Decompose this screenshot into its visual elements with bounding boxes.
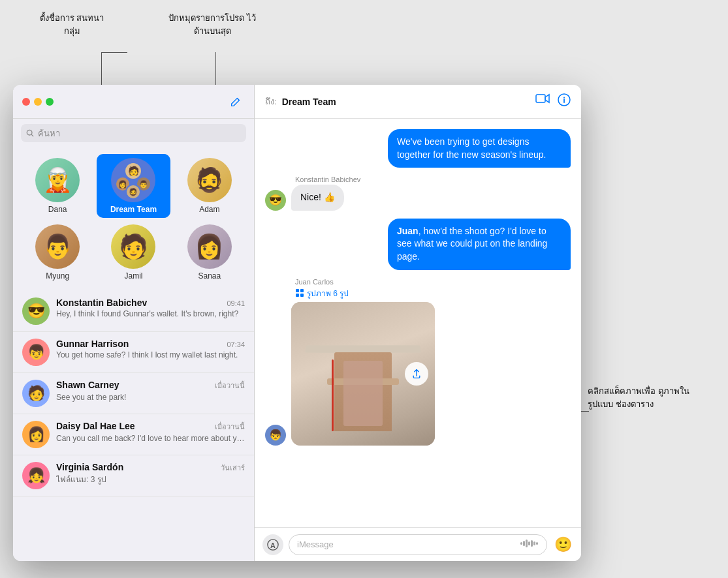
- annotation-line-group-h: [101, 52, 127, 53]
- konstantin-name: Konstantin Babichev: [56, 297, 147, 308]
- conv-item-konstantin[interactable]: 😎 Konstantin Babichev 09:41 Hey, I think…: [13, 291, 254, 332]
- chat-header-icons: [535, 93, 571, 110]
- virginia-name: Virginia Sardón: [56, 462, 123, 472]
- chat-messages: We've been trying to get designs togethe…: [255, 119, 581, 527]
- svg-rect-7: [300, 289, 304, 292]
- received-message-konstantin: Konstantin Babichev 😎 Nice! 👍: [265, 175, 360, 211]
- konstantin-header: Konstantin Babichev 09:41: [56, 297, 245, 308]
- juan-sender-label: Juan Carlos: [295, 278, 435, 286]
- chat-header-name: Dream Team: [282, 97, 530, 107]
- myung-label: Myung: [46, 271, 69, 281]
- sidebar-titlebar: [13, 85, 254, 119]
- shawn-content: Shawn Carney เมื่อวานนี้ See you at the …: [56, 380, 245, 403]
- konstantin-bubble: Nice! 👍: [291, 185, 344, 211]
- shawn-avatar: 🧑: [22, 380, 50, 407]
- jamil-label: Jamil: [124, 271, 142, 281]
- dana-avatar: 🧝: [35, 158, 80, 202]
- svg-rect-14: [526, 540, 528, 547]
- pinned-myung[interactable]: 👨 Myung: [21, 221, 94, 284]
- adam-label: Adam: [199, 205, 219, 214]
- virginia-preview: ไฟล์แนม: 3 รูป: [56, 475, 245, 485]
- image-share-button[interactable]: [405, 362, 428, 386]
- pinned-grid: 🧝 Dana 🧑 👩 👨 🧔 Dream Team: [13, 147, 254, 291]
- annotation-image-stack: คลิกสแต็คภาพเพื่อ ดูภาพในรูปแบบ ช่องตารา…: [588, 385, 699, 410]
- konstantin-msg-avatar: 😎: [265, 190, 286, 211]
- konstantin-content: Konstantin Babichev 09:41 Hey, I think I…: [56, 297, 245, 320]
- chat-area: ถึง: Dream Team: [255, 85, 581, 561]
- svg-rect-17: [533, 541, 535, 545]
- sanaa-label: Sanaa: [198, 271, 221, 281]
- jamil-avatar: 🧑: [111, 224, 155, 269]
- dana-label: Dana: [48, 205, 67, 214]
- konstantin-bubble-row: 😎 Nice! 👍: [265, 185, 360, 211]
- video-call-button[interactable]: [535, 93, 550, 110]
- svg-rect-8: [296, 294, 299, 297]
- gunnar-name: Gunnar Harrison: [56, 339, 129, 349]
- svg-point-5: [563, 97, 565, 99]
- shawn-preview: See you at the park!: [56, 393, 245, 403]
- traffic-light-yellow[interactable]: [34, 98, 42, 106]
- apps-button[interactable]: A: [262, 534, 283, 555]
- svg-rect-2: [536, 95, 545, 102]
- traffic-light-green[interactable]: [46, 98, 54, 106]
- traffic-light-red[interactable]: [22, 98, 30, 106]
- sanaa-avatar: 👩: [187, 224, 232, 269]
- pinned-jamil[interactable]: 🧑 Jamil: [97, 221, 170, 284]
- svg-rect-18: [536, 542, 538, 545]
- conv-item-shawn[interactable]: 🧑 Shawn Carney เมื่อวานนี้ See you at th…: [13, 373, 254, 414]
- gunnar-header: Gunnar Harrison 07:34: [56, 339, 245, 349]
- shawn-header: Shawn Carney เมื่อวานนี้: [56, 380, 245, 391]
- daisy-header: Daisy Dal Hae Lee เมื่อวานนี้: [56, 421, 245, 433]
- dream-team-label: Dream Team: [110, 205, 157, 214]
- dream-team-group-avatar: 🧑 👩 👨 🧔: [111, 158, 155, 202]
- svg-rect-12: [520, 542, 522, 545]
- image-thumbnail[interactable]: [291, 302, 435, 446]
- svg-rect-15: [528, 541, 530, 545]
- conv-item-virginia[interactable]: 👧 Virginia Sardón วันเสาร์ ไฟล์แนม: 3 รู…: [13, 455, 254, 496]
- gunnar-content: Gunnar Harrison 07:34 You get home safe?…: [56, 339, 245, 361]
- app-window: ค้นหา 🧝 Dana 🧑 👩 👨 🧔: [13, 85, 581, 561]
- svg-rect-6: [296, 289, 299, 292]
- traffic-lights: [22, 98, 54, 106]
- sent-message-2: Juan, how'd the shoot go? I'd love to se…: [388, 219, 571, 270]
- daisy-preview: Can you call me back? I'd love to hear m…: [56, 434, 245, 444]
- emoji-button[interactable]: 🙂: [552, 534, 573, 555]
- gunnar-preview: You get home safe? I think I lost my wal…: [56, 350, 245, 361]
- daisy-name: Daisy Dal Hae Lee: [56, 421, 135, 431]
- search-placeholder: ค้นหา: [38, 127, 60, 140]
- pinned-dream-team[interactable]: 🧑 👩 👨 🧔 Dream Team: [97, 154, 170, 218]
- konstantin-avatar: 😎: [22, 297, 50, 325]
- chat-input-bar: A iMessage 🙂: [255, 527, 581, 561]
- svg-point-0: [27, 130, 32, 135]
- pinned-dana[interactable]: 🧝 Dana: [21, 154, 94, 218]
- gunnar-time: 07:34: [227, 341, 245, 348]
- daisy-avatar: 👩: [22, 421, 50, 448]
- svg-rect-13: [523, 541, 525, 546]
- pinned-sanaa[interactable]: 👩 Sanaa: [173, 221, 246, 284]
- myung-avatar: 👨: [35, 224, 80, 269]
- waveform-icon: [520, 538, 539, 551]
- svg-text:A: A: [270, 541, 276, 549]
- daisy-time: เมื่อวานนี้: [215, 421, 245, 433]
- daisy-content: Daisy Dal Hae Lee เมื่อวานนี้ Can you ca…: [56, 421, 245, 444]
- conv-item-gunnar[interactable]: 👦 Gunnar Harrison 07:34 You get home saf…: [13, 332, 254, 373]
- chat-to-label: ถึง:: [265, 95, 277, 108]
- gunnar-avatar: 👦: [22, 339, 50, 366]
- sent-message-1: We've been trying to get designs togethe…: [388, 129, 571, 168]
- info-button[interactable]: [558, 93, 571, 110]
- svg-rect-9: [300, 294, 304, 297]
- conv-item-daisy[interactable]: 👩 Daisy Dal Hae Lee เมื่อวานนี้ Can you …: [13, 414, 254, 455]
- virginia-content: Virginia Sardón วันเสาร์ ไฟล์แนม: 3 รูป: [56, 462, 245, 485]
- message-input[interactable]: iMessage: [289, 534, 547, 555]
- annotation-group-name: ตั้งชื่อการ สนทนากลุ่ม: [36, 12, 108, 37]
- annotation-pin: ปักหมุดรายการโปรด ไว้ด้านบนสุด: [163, 12, 261, 37]
- compose-button[interactable]: [227, 93, 245, 111]
- sidebar: ค้นหา 🧝 Dana 🧑 👩 👨 🧔: [13, 85, 255, 561]
- svg-rect-16: [531, 540, 533, 547]
- search-bar[interactable]: ค้นหา: [21, 124, 246, 142]
- virginia-time: วันเสาร์: [221, 462, 245, 474]
- konstantin-preview: Hey, I think I found Gunnar's wallet. It…: [56, 309, 245, 320]
- pinned-adam[interactable]: 🧔 Adam: [173, 154, 246, 218]
- conversation-list: 😎 Konstantin Babichev 09:41 Hey, I think…: [13, 291, 254, 561]
- adam-avatar: 🧔: [187, 158, 232, 202]
